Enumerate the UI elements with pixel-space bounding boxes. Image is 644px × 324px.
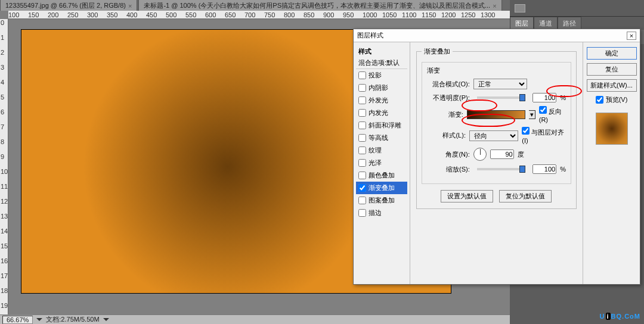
blend-mode-select[interactable]: 正常 <box>473 79 527 89</box>
preview-checkbox[interactable]: 预览(V) <box>596 95 628 104</box>
reverse-checkbox[interactable]: 反向(R) <box>539 106 566 123</box>
dialog-buttons: 确定 复位 新建样式(W)... 预览(V) <box>583 42 640 284</box>
style-item[interactable]: 内发光 <box>356 107 407 119</box>
styles-header[interactable]: 样式 <box>356 46 407 57</box>
tab-label: 123355497.jpg @ 66.7% (图层 2, RGB/8) <box>5 1 126 10</box>
chevron-down-icon[interactable] <box>36 318 42 321</box>
tab-layers[interactable]: 图层 <box>510 17 534 30</box>
chevron-down-icon[interactable]: ▾ <box>529 110 535 119</box>
document-tab[interactable]: 未标题-1 @ 100% (今天小白教给大家如何用PS搞定古风调色技巧，本次教程… <box>138 0 501 11</box>
watermark: UiBQ.CoM <box>600 309 640 322</box>
tab-label: 未标题-1 @ 100% (今天小白教给大家如何用PS搞定古风调色技巧，本次教程… <box>144 1 490 10</box>
dialog-title: 图层样式 <box>357 31 383 40</box>
document-tab[interactable]: 123355497.jpg @ 66.7% (图层 2, RGB/8) × <box>0 0 137 11</box>
style-item[interactable]: 等高线 <box>356 132 407 144</box>
ok-button[interactable]: 确定 <box>587 47 637 60</box>
ruler-horizontal: 1001502002503003504004505005506006507007… <box>8 11 510 19</box>
gradient-style-select[interactable]: 径向 <box>469 130 518 141</box>
layer-style-dialog: 图层样式 × 样式 混合选项:默认 投影内阴影外发光内发光斜面和浮雕等高线纹理光… <box>353 29 640 285</box>
ruler-vertical: 012345678910111213141516171819 <box>0 19 8 314</box>
close-icon[interactable]: × <box>493 2 496 10</box>
align-checkbox[interactable]: 与图层对齐(I) <box>522 127 566 144</box>
style-item[interactable]: 外发光 <box>356 94 407 107</box>
make-default-button[interactable]: 设置为默认值 <box>441 190 493 202</box>
opacity-input[interactable] <box>532 93 556 102</box>
scale-input[interactable] <box>532 164 556 174</box>
status-bar: 66.67% 文档:2.75M/5.50M <box>0 314 510 324</box>
style-item[interactable]: 颜色叠加 <box>356 169 407 182</box>
preview-swatch <box>596 113 628 145</box>
panel-icon-row <box>510 0 644 17</box>
panel-tabs: 图层 通道 路径 <box>510 17 644 30</box>
close-button[interactable]: × <box>627 32 636 40</box>
angle-unit: 度 <box>518 150 524 159</box>
inner-title: 渐变 <box>427 66 566 75</box>
chevron-down-icon[interactable] <box>103 318 109 321</box>
style-item[interactable]: 图案叠加 <box>356 194 407 207</box>
panel-icon[interactable] <box>515 4 525 13</box>
document-info: 文档:2.75M/5.50M <box>46 315 99 324</box>
opacity-label: 不透明度(P): <box>427 94 470 102</box>
angle-input[interactable] <box>490 149 514 159</box>
style-item[interactable]: 纹理 <box>356 144 407 157</box>
gradient-label: 渐变: <box>427 110 463 119</box>
angle-dial[interactable] <box>473 148 487 161</box>
blend-mode-label: 混合模式(O): <box>427 80 470 89</box>
style-item[interactable]: 渐变叠加 <box>356 182 407 194</box>
styles-list: 样式 混合选项:默认 投影内阴影外发光内发光斜面和浮雕等高线纹理光泽颜色叠加渐变… <box>354 42 410 284</box>
scale-label: 缩放(S): <box>427 165 470 174</box>
group-title: 渐变叠加 <box>422 47 453 56</box>
reset-default-button[interactable]: 复位为默认值 <box>499 190 552 202</box>
tab-paths[interactable]: 路径 <box>558 17 581 30</box>
style-item[interactable]: 斜面和浮雕 <box>356 119 407 132</box>
close-icon[interactable]: × <box>128 2 132 10</box>
blending-options[interactable]: 混合选项:默认 <box>356 57 407 69</box>
zoom-field[interactable]: 66.67% <box>2 316 33 324</box>
new-style-button[interactable]: 新建样式(W)... <box>587 79 637 92</box>
opacity-slider[interactable] <box>477 96 526 99</box>
gradient-preview[interactable] <box>467 110 526 119</box>
pct-label: % <box>560 94 566 101</box>
style-item[interactable]: 投影 <box>356 69 407 82</box>
angle-label: 角度(N): <box>427 150 470 159</box>
style-label: 样式(L): <box>427 131 466 140</box>
style-settings: 渐变叠加 渐变 混合模式(O): 正常 不透明度(P): % 渐变: <box>410 42 583 284</box>
style-item[interactable]: 光泽 <box>356 157 407 169</box>
tab-channels[interactable]: 通道 <box>534 17 558 30</box>
style-item[interactable]: 内阴影 <box>356 82 407 94</box>
cancel-button[interactable]: 复位 <box>587 63 637 76</box>
pct-label: % <box>560 166 566 173</box>
scale-slider[interactable] <box>477 168 526 170</box>
style-item[interactable]: 描边 <box>356 207 407 219</box>
dialog-titlebar[interactable]: 图层样式 × <box>354 29 640 42</box>
